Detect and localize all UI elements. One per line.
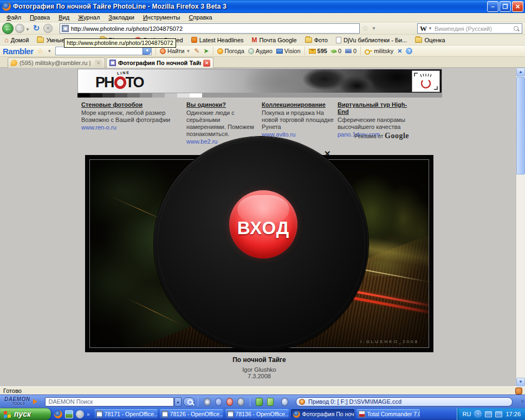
start-button[interactable]: пуск bbox=[0, 408, 51, 420]
address-bar[interactable]: ▣ http://www.photoline.ru/photo/12048750… bbox=[60, 23, 360, 34]
menu-bookmarks[interactable]: Закладки bbox=[104, 14, 139, 21]
task-firefox-photoline[interactable]: Фотография По ноч... bbox=[291, 409, 354, 419]
extension-status-icon[interactable] bbox=[515, 387, 522, 395]
photoline-logo[interactable]: LINE PH TO bbox=[95, 72, 166, 92]
daemon-search-dropdown-icon[interactable]: ▲ bbox=[174, 397, 182, 406]
drive-label: Привод 0: [ F:] D:\SVM\IMAGE.ccd bbox=[308, 398, 401, 405]
daemon-search-input[interactable]: DAEMON Поиск bbox=[45, 397, 174, 406]
task-openoffice-78171[interactable]: 78171 - OpenOffice.... bbox=[94, 409, 158, 419]
rambler-pencil-button[interactable]: ✎ bbox=[194, 47, 199, 55]
tab-rambler-mail[interactable]: (595) militsky@rambler.ru | папка Вхо...… bbox=[8, 57, 105, 68]
close-button[interactable]: ✕ bbox=[512, 1, 523, 12]
bookmark-photo-folder[interactable]: Фото bbox=[305, 37, 328, 43]
menu-history[interactable]: Журнал bbox=[74, 14, 104, 21]
rambler-search-input[interactable]: ▼ bbox=[55, 47, 152, 55]
search-icon[interactable] bbox=[513, 25, 520, 32]
tab-photoline-active[interactable]: ▣ Фотография По ночной Тайге P... ✕ bbox=[106, 57, 213, 68]
menu-edit[interactable]: Правка bbox=[25, 14, 54, 21]
rambler-star-dropdown-icon[interactable]: ▼ bbox=[47, 49, 51, 54]
tab-close-icon[interactable]: ✕ bbox=[95, 60, 102, 67]
rambler-settings-button[interactable]: ✕ bbox=[397, 48, 402, 55]
rambler-help-button[interactable]: ? bbox=[406, 48, 412, 54]
rambler-vision-button[interactable]: Vision bbox=[276, 48, 301, 54]
vertical-scrollbar[interactable]: ▲ ▼ bbox=[516, 68, 525, 386]
rambler-photo-counter[interactable]: 0 bbox=[345, 48, 357, 54]
mount-image-icon[interactable] bbox=[215, 398, 222, 406]
daemon-emulation-icon[interactable] bbox=[256, 398, 263, 406]
task-total-commander[interactable]: Total Commander 7.0... bbox=[357, 409, 420, 419]
scrollbar-thumb[interactable] bbox=[516, 77, 525, 175]
separator bbox=[304, 47, 305, 55]
menu-help[interactable]: Справка bbox=[185, 14, 217, 21]
back-button[interactable]: ← bbox=[2, 23, 14, 34]
ad-url-link[interactable]: www.ren-o.ru bbox=[81, 124, 185, 131]
reload-button[interactable]: ↻ bbox=[31, 23, 41, 33]
bookmark-latest-headlines[interactable]: Latest Headlines bbox=[191, 37, 244, 43]
enter-button[interactable]: ВХОД bbox=[229, 190, 297, 259]
forward-dropdown-icon[interactable]: ▼ bbox=[25, 27, 30, 32]
banner-camera-badge[interactable] bbox=[412, 70, 440, 92]
disc-icon[interactable] bbox=[204, 398, 211, 406]
rambler-leaf-counter[interactable]: 0 bbox=[331, 48, 341, 54]
photo-author[interactable]: Igor Glushko bbox=[85, 366, 433, 373]
task-openoffice-78136[interactable]: 78136 - OpenOffice.... bbox=[225, 409, 289, 419]
rambler-go-button[interactable]: ➤ bbox=[203, 47, 209, 55]
menu-view[interactable]: Вид bbox=[54, 14, 74, 21]
bookmark-star-dropdown-icon[interactable]: ▼ bbox=[372, 26, 376, 31]
scroll-up-icon[interactable]: ▲ bbox=[516, 68, 525, 76]
bookmark-gmail[interactable]: MПочта Google bbox=[252, 36, 297, 44]
task-openoffice-78126[interactable]: 78126 - OpenOffice.... bbox=[160, 409, 223, 419]
daemon-arrow-icon bbox=[33, 399, 37, 404]
quicklaunch-more-icon[interactable]: » bbox=[87, 411, 90, 417]
ad-title-link[interactable]: Коллекционирование bbox=[262, 101, 338, 108]
restore-button[interactable]: ❐ bbox=[500, 1, 511, 12]
daemon-options-icon[interactable] bbox=[267, 398, 274, 406]
virtual-drive-selector[interactable]: Привод 0: [ F:] D:\SVM\IMAGE.ccd bbox=[296, 397, 513, 406]
rambler-logo[interactable]: Rambler bbox=[3, 47, 34, 56]
tools-icon: ✕ bbox=[397, 48, 402, 55]
combo-dropdown-icon[interactable]: ▼ bbox=[142, 47, 151, 55]
quick-launch-area: » bbox=[51, 410, 93, 418]
tray-network-icon[interactable] bbox=[495, 411, 502, 417]
daemon-search-button[interactable] bbox=[183, 397, 195, 406]
rambler-mail-counter[interactable]: 595 bbox=[309, 48, 327, 54]
forward-button[interactable]: → bbox=[15, 24, 24, 33]
ad-title-link[interactable]: Стеновые фотообои bbox=[81, 101, 185, 108]
settings-gear-icon[interactable] bbox=[237, 398, 244, 406]
bookmark-rating-folder[interactable]: Оценка bbox=[415, 37, 445, 43]
ad-title-link[interactable]: Виртуальный тур High-End bbox=[338, 101, 416, 115]
tray-chevron-icon[interactable]: ‹ bbox=[474, 410, 482, 418]
url-text[interactable]: http://www.photoline.ru/photo/1204875072 bbox=[71, 25, 183, 32]
rambler-star-icon[interactable]: ☆ bbox=[37, 47, 44, 55]
bookmark-star-icon[interactable]: ☆ bbox=[362, 24, 369, 33]
minimize-button[interactable]: – bbox=[487, 1, 498, 12]
ad-title-link[interactable]: Вы одиноки? bbox=[186, 101, 261, 108]
firefox-quicklaunch-icon[interactable] bbox=[54, 410, 62, 418]
tab-close-icon[interactable]: ✕ bbox=[203, 60, 210, 67]
search-bar[interactable]: W ▼ Википедия (Русский) bbox=[417, 23, 522, 34]
envelope-icon bbox=[309, 49, 316, 54]
rambler-user-button[interactable]: militsky bbox=[365, 48, 393, 54]
overlay-close-icon[interactable]: ✕ bbox=[324, 149, 331, 159]
arrow-icon: ➤ bbox=[203, 47, 209, 55]
burn-icon[interactable] bbox=[226, 398, 234, 406]
bookmark-djvu[interactable]: DjVu библиотеки - Би... bbox=[336, 37, 407, 43]
menu-file[interactable]: Файл bbox=[2, 14, 25, 21]
drive-dropdown-icon[interactable]: ▼ bbox=[520, 399, 525, 404]
bookmark-home[interactable]: ⌂Домой bbox=[4, 37, 29, 43]
stop-button[interactable]: ✕ bbox=[43, 24, 53, 33]
compass-icon[interactable] bbox=[281, 398, 288, 406]
menu-tools[interactable]: Инструменты bbox=[139, 14, 185, 21]
rambler-find-button[interactable]: Найти▼ bbox=[160, 48, 190, 54]
search-engine-dropdown-icon[interactable]: ▼ bbox=[428, 26, 432, 31]
rambler-audio-button[interactable]: Аудио bbox=[248, 48, 273, 54]
search-input[interactable]: Википедия (Русский) bbox=[435, 25, 513, 32]
folder-icon bbox=[37, 37, 44, 43]
search-engine-icon[interactable]: W bbox=[418, 24, 428, 33]
language-indicator[interactable]: RU bbox=[463, 411, 471, 417]
scroll-down-icon[interactable]: ▼ bbox=[516, 378, 525, 386]
app-quicklaunch-icon[interactable] bbox=[76, 410, 84, 418]
tray-network-icon[interactable] bbox=[485, 411, 492, 417]
rambler-weather-button[interactable]: Погода bbox=[217, 48, 244, 54]
image-viewer-quicklaunch-icon[interactable] bbox=[65, 410, 73, 418]
